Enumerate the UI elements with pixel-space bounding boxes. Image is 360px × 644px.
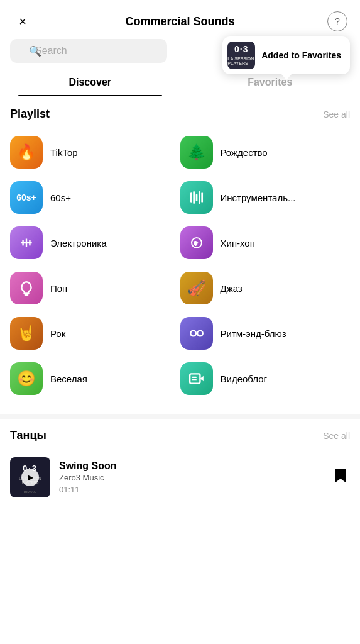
section-divider	[0, 414, 360, 419]
list-item[interactable]: 😊 Веселая	[10, 356, 180, 401]
playlist-icon-hiphop: $	[180, 226, 213, 259]
playlist-name: Рок	[50, 328, 65, 339]
svg-rect-16	[190, 374, 200, 383]
list-item[interactable]: 🎻 Джаз	[180, 265, 351, 311]
play-button[interactable]: ▶	[21, 469, 39, 486]
list-item[interactable]: 🤘 Рок	[10, 311, 180, 356]
playlist-name: 60s+	[50, 192, 71, 203]
playlist-icon-instrumental	[180, 181, 213, 214]
list-item[interactable]: 60s+ 60s+	[10, 175, 180, 220]
added-to-favorites-toast: 0·3 LA SESSION PLAYERS Added to Favorite…	[222, 36, 350, 74]
svg-point-14	[197, 331, 203, 336]
playlist-icon-happy: 😊	[10, 362, 43, 395]
playlist-icon-60s: 60s+	[10, 181, 43, 214]
playlist-icon-pop	[10, 272, 43, 304]
list-item[interactable]: Поп	[10, 265, 180, 311]
page-title: Commercial Sounds	[125, 15, 234, 28]
list-item[interactable]: Ритм-энд-блюз	[180, 311, 351, 356]
song-duration: 01:11	[59, 485, 322, 494]
search-icon: 🔍	[29, 45, 41, 57]
playlist-name: Поп	[50, 283, 67, 294]
list-item[interactable]: 🔥 TikTop	[10, 130, 180, 175]
svg-text:$: $	[194, 240, 197, 246]
list-item[interactable]: Инструменталь...	[180, 175, 351, 220]
list-item[interactable]: Видеоблог	[180, 356, 351, 401]
playlist-name: TikTop	[50, 147, 78, 158]
list-item[interactable]: 🌲 Рождество	[180, 130, 351, 175]
playlist-icon-tiktop: 🔥	[10, 136, 43, 169]
header: × Commercial Sounds ?	[0, 0, 360, 39]
svg-point-13	[190, 331, 196, 336]
playlist-icon-electronica	[10, 226, 43, 259]
playlist-section-header: Playlist See all	[10, 108, 350, 121]
help-button[interactable]: ?	[327, 11, 347, 31]
toast-thumbnail: 0·3 LA SESSION PLAYERS	[227, 42, 255, 69]
search-toast-row: 🔍 Search 0·3 LA SESSION PLAYERS Added to…	[0, 39, 360, 63]
dances-section-header: Танцы See all	[10, 429, 350, 442]
playlist-name: Хип-хоп	[221, 238, 255, 248]
song-thumbnail[interactable]: 0·3 LA SESSIONPLAYERS BIM022 ▶	[10, 457, 50, 497]
playlist-name: Видеоблог	[221, 374, 267, 384]
playlist-name: Инструменталь...	[221, 192, 296, 203]
playlist-name: Рождество	[221, 147, 268, 158]
tab-discover[interactable]: Discover	[0, 69, 180, 96]
bookmark-button[interactable]	[331, 465, 350, 490]
playlist-icon-jazz: 🎻	[180, 272, 213, 304]
dances-section: Танцы See all 0·3 LA SESSIONPLAYERS BIM0…	[0, 419, 360, 504]
playlist-section: Playlist See all 🔥 TikTop 🌲 Рождество 60…	[0, 96, 360, 401]
playlist-icon-rock: 🤘	[10, 317, 43, 350]
song-artist: Zero3 Music	[59, 473, 322, 482]
playlist-icon-christmas: 🌲	[180, 136, 213, 169]
playlist-name: Веселая	[50, 374, 87, 384]
playlist-name: Электроника	[50, 238, 107, 248]
playlist-icon-rnb	[180, 317, 213, 350]
dances-see-all[interactable]: See all	[323, 431, 350, 441]
song-row: 0·3 LA SESSIONPLAYERS BIM022 ▶ Swing Soo…	[10, 451, 350, 504]
playlist-see-all[interactable]: See all	[323, 109, 350, 119]
playlist-name: Ритм-энд-блюз	[221, 328, 286, 339]
playlist-name: Джаз	[221, 283, 243, 294]
song-title: Swing Soon	[59, 460, 322, 472]
list-item[interactable]: Электроника	[10, 220, 180, 265]
playlist-section-title: Playlist	[10, 108, 50, 121]
toast-label: Added to Favorites	[261, 50, 341, 60]
close-button[interactable]: ×	[13, 11, 33, 31]
song-info: Swing Soon Zero3 Music 01:11	[59, 460, 322, 494]
playlist-grid: 🔥 TikTop 🌲 Рождество 60s+ 60s+ Инструмен…	[10, 130, 350, 401]
list-item[interactable]: $ Хип-хоп	[180, 220, 351, 265]
playlist-icon-vlog	[180, 362, 213, 395]
dances-section-title: Танцы	[10, 429, 46, 442]
